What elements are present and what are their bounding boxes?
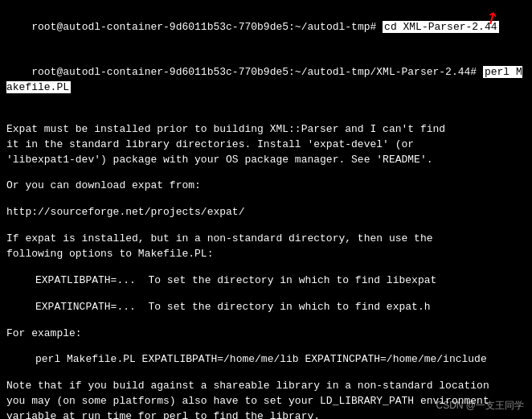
blank-line-5 bbox=[6, 262, 526, 273]
line-nonstandard-2: following options to Makefile.PL: bbox=[6, 247, 526, 262]
line-expat-3: 'libexpat1-dev') package with your OS pa… bbox=[6, 153, 526, 168]
line-note-1: Note that if you build against a shareab… bbox=[6, 379, 526, 394]
blank-line-4 bbox=[6, 220, 526, 232]
terminal-line-2: root@autodl-container-9d6011b53c-770b9de… bbox=[6, 51, 526, 111]
line-nonstandard-1: If expat is installed, but in a non-stan… bbox=[6, 232, 526, 247]
blank-line-6 bbox=[6, 289, 526, 300]
blank-line-2 bbox=[6, 167, 526, 179]
line-expatincpath: EXPATINCPATH=... To set the directory in… bbox=[6, 300, 526, 315]
watermark: CSDN @一支王同学 bbox=[436, 399, 524, 413]
cmd-cd: cd XML-Parser-2.44 bbox=[383, 21, 498, 33]
line-expat-2: it in the standard library directories. … bbox=[6, 138, 526, 153]
line-url: http://sourceforge.net/projects/expat/ bbox=[6, 205, 526, 220]
blank-line bbox=[6, 111, 526, 122]
terminal-line-1: root@autodl-container-9d6011b53c-770b9de… bbox=[6, 5, 526, 51]
line-expatlibpath: EXPATLIBPATH=... To set the directory in… bbox=[6, 273, 526, 289]
line-download: Or you can download expat from: bbox=[6, 179, 526, 194]
line-example-cmd: perl Makefile.PL EXPATLIBPATH=/home/me/l… bbox=[6, 352, 526, 368]
blank-line-7 bbox=[6, 315, 526, 327]
blank-line-8 bbox=[6, 341, 526, 352]
line-example: For example: bbox=[6, 327, 526, 342]
blank-line-9 bbox=[6, 368, 526, 379]
terminal-window: root@autodl-container-9d6011b53c-770b9de… bbox=[0, 0, 532, 419]
prompt-2: root@autodl-container-9d6011b53c-770b9de… bbox=[31, 66, 483, 78]
line-expat-1: Expat must be installed prior to buildin… bbox=[6, 122, 526, 138]
prompt-1: root@autodl-container-9d6011b53c-770b9de… bbox=[31, 21, 383, 33]
blank-line-3 bbox=[6, 194, 526, 205]
